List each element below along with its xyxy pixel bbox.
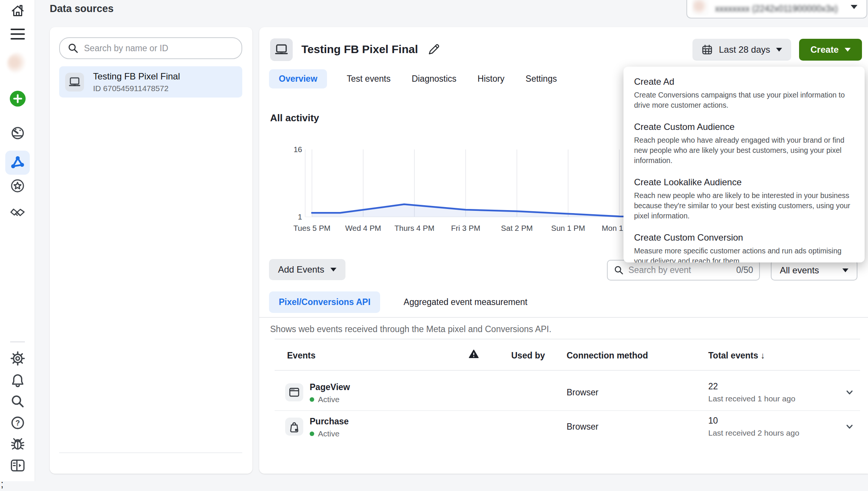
source-search-input[interactable] [84,43,234,53]
menu-item-create-custom-conversion[interactable]: Create Custom Conversion Measure more sp… [634,232,854,262]
chevron-down-icon [851,5,857,9]
data-sources-panel: Testing FB Pixel Final ID 67054591147857… [50,27,252,474]
tab-overview[interactable]: Overview [269,69,327,88]
menu-item-create-ad[interactable]: Create Ad Create Conversions campaigns t… [634,76,854,110]
menu-item-create-lookalike-audience[interactable]: Create Lookalike Audience Reach new peop… [634,177,854,221]
event-search-counter: 0/50 [736,265,753,275]
pixel-title: Testing FB Pixel Final [301,43,418,56]
settings-gear-icon[interactable] [0,350,35,367]
quality-star-icon[interactable] [0,177,35,194]
pixel-tabs: Overview Test events Diagnostics History… [269,69,558,88]
svg-text:Sat 2 PM: Sat 2 PM [501,224,533,232]
source-search-box[interactable] [59,37,242,59]
date-range-button[interactable]: Last 28 days [692,39,791,61]
partners-handshake-icon[interactable] [0,204,35,221]
expand-row-chevron-icon[interactable] [844,387,855,398]
table-row[interactable]: PageView Active Browser 22 Last received… [275,377,860,410]
chart-title: All activity [270,112,319,124]
column-events[interactable]: Events [287,351,315,361]
total-events-value: 22 [708,381,718,392]
edit-pencil-icon[interactable] [427,43,440,56]
pixel-source-icon [65,73,84,91]
events-manager-screen: ? Data sources xxxxxxxx (2242x011900000x… [0,0,868,491]
events-table-header: Events Used by Connection method Total e… [275,339,860,371]
svg-text:?: ? [15,419,20,427]
source-list-item-selected[interactable]: Testing FB Pixel Final ID 67054591147857… [59,66,242,98]
app-logo-blurred [0,52,35,74]
chevron-down-icon [842,268,848,272]
svg-text:Wed 4 PM: Wed 4 PM [345,224,381,232]
search-icon[interactable] [0,393,35,410]
subtab-pixel-conversions-api[interactable]: Pixel/Conversions API [269,291,380,313]
svg-text:Sun 1 PM: Sun 1 PM [551,224,585,232]
column-used-by[interactable]: Used by [511,351,545,361]
search-icon [67,43,79,54]
active-status-dot [310,397,314,402]
menu-icon[interactable] [0,26,35,43]
create-plus-icon[interactable] [0,90,35,107]
last-received-label: Last received 1 hour ago [708,394,795,403]
source-name: Testing FB Pixel Final [93,71,180,82]
pixel-header-icon [270,38,293,61]
event-search-box[interactable]: 0/50 [607,260,760,281]
svg-text:Thurs 4 PM: Thurs 4 PM [394,224,434,232]
column-total-events[interactable]: Total events ↓ [708,351,765,361]
data-sources-icon [10,155,26,171]
left-panel-divider [59,453,242,453]
tab-history[interactable]: History [476,69,506,88]
add-events-button[interactable]: Add Events [269,259,345,280]
data-sources-item-active[interactable] [5,151,30,175]
expand-row-chevron-icon[interactable] [844,421,855,432]
help-icon[interactable]: ? [0,415,35,431]
column-connection-method[interactable]: Connection method [567,351,648,361]
tab-settings[interactable]: Settings [524,69,558,88]
create-button[interactable]: Create [799,39,862,61]
connection-method-value: Browser [567,387,598,398]
sort-down-icon: ↓ [761,351,765,360]
event-status: Active [310,429,339,438]
notifications-bell-icon[interactable] [0,372,35,389]
svg-text:1: 1 [298,212,302,221]
menu-item-create-custom-audience[interactable]: Create Custom Audience Reach people who … [634,122,854,166]
event-status: Active [310,395,339,404]
sidebar-divider [10,342,25,342]
search-icon [614,265,624,275]
warning-column-icon[interactable] [469,349,479,359]
create-dropdown-menu: Create Ad Create Conversions campaigns t… [623,67,865,262]
event-filter-label: All events [780,265,819,276]
collapse-panel-icon[interactable] [0,457,35,474]
last-received-label: Last received 2 hours ago [708,428,799,438]
tab-diagnostics[interactable]: Diagnostics [410,69,458,88]
browser-window-icon [285,383,303,401]
tab-test-events[interactable]: Test events [345,69,392,88]
event-name: Purchase [310,416,349,427]
page-title: Data sources [50,3,114,15]
connection-method-value: Browser [567,422,598,432]
calendar-icon [701,44,713,55]
chevron-down-icon [845,48,851,52]
event-filter-dropdown[interactable]: All events [771,260,857,281]
add-events-label: Add Events [278,264,324,275]
home-icon[interactable] [0,2,35,20]
table-row[interactable]: Purchase Active Browser 10 Last received… [275,410,860,444]
chevron-down-icon [776,48,782,52]
account-avatar-blurred [692,0,708,15]
subtab-aggregated-event-measurement[interactable]: Aggregated event measurement [401,291,530,313]
section-divider [259,317,868,318]
create-button-label: Create [810,44,839,55]
active-status-dot [310,432,314,436]
chevron-down-icon [330,268,336,271]
date-range-label: Last 28 days [719,44,770,55]
report-bug-icon[interactable] [0,436,35,452]
account-name-blurred: xxxxxxxx (2242x011900000x3x) [715,0,844,14]
total-events-value: 10 [708,416,718,426]
svg-text:16: 16 [293,145,302,154]
source-id: ID 670545911478572 [93,84,180,93]
account-switcher[interactable]: xxxxxxxx (2242x011900000x3x) [686,0,867,18]
event-source-subtabs: Pixel/Conversions API Aggregated event m… [269,291,530,313]
events-table: Events Used by Connection method Total e… [275,339,860,444]
shopping-bag-icon [285,418,303,436]
event-search-input[interactable] [628,265,715,275]
overview-gauge-icon[interactable] [0,125,35,142]
svg-text:Tues 5 PM: Tues 5 PM [293,224,330,232]
